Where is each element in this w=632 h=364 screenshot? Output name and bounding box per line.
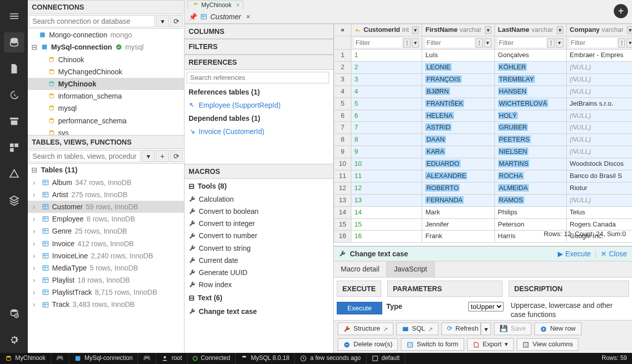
table-item[interactable]: › Invoice 412 rows, InnoDB: [28, 238, 184, 250]
subtab-close-icon[interactable]: ×: [246, 12, 250, 21]
table-item[interactable]: › Artist 275 rows, InnoDB: [28, 189, 184, 201]
save-button[interactable]: 💾Save: [494, 323, 531, 335]
column-filter-input[interactable]: [570, 38, 617, 48]
connections-refresh-button[interactable]: ⟳: [170, 15, 183, 27]
status-server[interactable]: MySQL 8.0.18: [236, 353, 295, 364]
table-item[interactable]: › PlaylistTrack 8,715 rows, InnoDB: [28, 286, 184, 298]
new-row-button[interactable]: New row: [534, 323, 581, 335]
filter-menu-icon[interactable]: ⋮: [548, 38, 555, 48]
macro-item[interactable]: Calculation: [185, 193, 333, 205]
macro-item[interactable]: Convert to string: [185, 242, 333, 254]
delete-rows-button[interactable]: Delete row(s): [338, 338, 398, 351]
cell-customerid[interactable]: 9: [351, 146, 422, 158]
column-filter-input[interactable]: [425, 38, 474, 48]
cell-lastname[interactable]: RAMOS: [494, 194, 566, 206]
cell-firstname[interactable]: BJØRN: [422, 85, 494, 98]
cell-lastname[interactable]: TREMBLAY: [494, 73, 566, 85]
cell-customerid[interactable]: 5: [351, 98, 422, 110]
table-row[interactable]: 7 7 ASTRID GRUBER (NULL): [334, 122, 633, 134]
cell-lastname[interactable]: GRUBER: [494, 122, 566, 134]
cell-firstname[interactable]: LEONIE: [422, 61, 494, 73]
dep-invoice-link[interactable]: Invoice (CustomerId): [185, 125, 333, 138]
cell-customerid[interactable]: 7: [351, 122, 422, 134]
cell-lastname[interactable]: Gonçalves: [494, 50, 566, 62]
filter-icon[interactable]: ▾: [484, 38, 491, 48]
cell-customerid[interactable]: 3: [351, 73, 422, 85]
table-item[interactable]: › Album 347 rows, InnoDB: [28, 176, 184, 189]
database-item[interactable]: MyChinook: [28, 78, 184, 90]
database-item[interactable]: MyChangedChinook: [28, 66, 184, 78]
table-item[interactable]: › Customer 59 rows, InnoDB: [28, 201, 184, 213]
status-state[interactable]: Connected: [188, 353, 236, 364]
cell-lastname[interactable]: KÖHLER: [494, 61, 566, 73]
cell-customerid[interactable]: 8: [351, 134, 422, 146]
cell-customerid[interactable]: 13: [351, 194, 422, 206]
macro-item[interactable]: Convert to boolean: [185, 205, 333, 217]
param-type-select[interactable]: toUpper: [468, 302, 504, 311]
filter-menu-icon[interactable]: ⋮: [618, 38, 625, 48]
column-filter-input[interactable]: [498, 38, 547, 48]
table-item[interactable]: › MediaType 5 rows, InnoDB: [28, 262, 184, 274]
cell-company[interactable]: (NULL): [566, 85, 632, 98]
cell-lastname[interactable]: Philips: [494, 206, 566, 218]
collapse-columns-icon[interactable]: «: [341, 26, 344, 34]
cell-lastname[interactable]: Peterson: [494, 218, 566, 231]
tab-mychinook[interactable]: MyChinook ×: [188, 1, 243, 10]
filter-menu-icon[interactable]: ⋮: [476, 38, 483, 48]
table-row[interactable]: 1 1 Luís Gonçalves Embraer - Empres: [334, 50, 633, 62]
table-item[interactable]: › Playlist 18 rows, InnoDB: [28, 274, 184, 286]
export-button[interactable]: Export ▾: [467, 338, 514, 351]
database-item[interactable]: information_schema: [28, 90, 184, 102]
filter-nav-icon[interactable]: [4, 164, 24, 184]
settings-icon[interactable]: [4, 330, 24, 350]
connections-search-input[interactable]: [29, 15, 155, 27]
cell-company[interactable]: Banco do Brasil S: [566, 170, 632, 182]
macro-execute-link[interactable]: ▶ Execute: [558, 249, 591, 258]
cell-lastname[interactable]: HOLÝ: [494, 110, 566, 122]
tables-add-button[interactable]: +: [156, 150, 169, 162]
cell-firstname[interactable]: FRANTIŠEK: [422, 98, 494, 110]
references-search-input[interactable]: [187, 72, 329, 83]
cell-firstname[interactable]: Frank: [422, 231, 494, 243]
database-item[interactable]: mysql: [28, 102, 184, 114]
column-header[interactable]: LastNamevarchar ▾: [494, 24, 566, 36]
cell-company[interactable]: (NULL): [566, 61, 632, 73]
status-user[interactable]: root: [156, 353, 188, 364]
table-item[interactable]: › Employee 8 rows, InnoDB: [28, 213, 184, 225]
references-section-header[interactable]: REFERENCES: [185, 55, 333, 70]
status-time[interactable]: a few seconds ago: [295, 353, 366, 364]
column-header[interactable]: Companyvarchar ▾: [566, 24, 632, 36]
macros-section-header[interactable]: MACROS: [185, 164, 333, 179]
view-columns-button[interactable]: View columns: [517, 338, 578, 351]
history-icon[interactable]: [4, 85, 24, 105]
filter-icon[interactable]: ▾: [412, 38, 419, 48]
cell-customerid[interactable]: 10: [351, 158, 422, 170]
cell-company[interactable]: Riotur: [566, 182, 632, 194]
table-row[interactable]: 6 6 HELENA HOLÝ (NULL): [334, 110, 633, 122]
cell-company[interactable]: (NULL): [566, 110, 632, 122]
refresh-button[interactable]: ⟳Refresh: [441, 323, 481, 335]
cell-company[interactable]: (NULL): [566, 146, 632, 158]
cell-company[interactable]: (NULL): [566, 194, 632, 206]
cell-firstname[interactable]: Mark: [422, 206, 494, 218]
cell-company[interactable]: JetBrains s.r.o.: [566, 98, 632, 110]
layers-icon[interactable]: [4, 190, 24, 210]
monitor-icon[interactable]: [4, 303, 24, 324]
cell-firstname[interactable]: FERNANDA: [422, 194, 494, 206]
cell-lastname[interactable]: MARTINS: [494, 158, 566, 170]
menu-icon[interactable]: [4, 6, 24, 26]
cell-customerid[interactable]: 14: [351, 206, 422, 218]
sql-button[interactable]: SQL↗: [396, 323, 438, 335]
status-schema[interactable]: default: [367, 353, 405, 364]
database-icon[interactable]: [4, 32, 24, 53]
cell-lastname[interactable]: ROCHA: [494, 170, 566, 182]
table-item[interactable]: › Track 3,483 rows, InnoDB: [28, 298, 184, 310]
table-row[interactable]: 4 4 BJØRN HANSEN (NULL): [334, 85, 633, 98]
ref-employee-link[interactable]: Employee (SupportRepId): [185, 99, 333, 112]
table-row[interactable]: 3 3 FRANÇOIS TREMBLAY (NULL): [334, 73, 633, 85]
column-header[interactable]: FirstNamevarchar ▾: [422, 24, 494, 36]
status-database[interactable]: MyChinook: [0, 353, 51, 364]
tables-refresh-button[interactable]: ⟳: [170, 150, 183, 162]
cell-company[interactable]: Woodstock Discos: [566, 158, 632, 170]
connection-mysql[interactable]: ⊟ MySql-connection mysql: [28, 41, 184, 53]
